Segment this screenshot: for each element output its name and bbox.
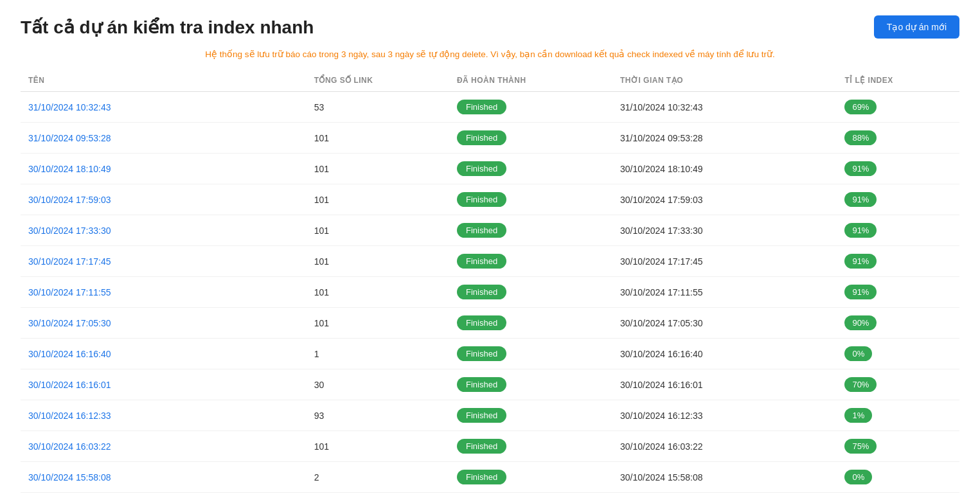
index-badge: 0% bbox=[844, 346, 872, 361]
cell-tong: 101 bbox=[307, 184, 449, 215]
table-row: 31/10/2024 10:32:4353Finished31/10/2024 … bbox=[21, 92, 959, 123]
cell-ten: 30/10/2024 16:16:01 bbox=[21, 369, 307, 400]
cell-tgian: 30/10/2024 15:58:08 bbox=[612, 462, 837, 493]
cell-ten: 30/10/2024 17:59:03 bbox=[21, 184, 307, 215]
cell-tong: 101 bbox=[307, 215, 449, 246]
cell-tile: 69% bbox=[837, 92, 959, 123]
finished-badge: Finished bbox=[457, 408, 506, 423]
col-header-tong: TỔNG SỐ LINK bbox=[307, 69, 449, 92]
cell-tile: 0% bbox=[837, 493, 959, 497]
project-link[interactable]: 30/10/2024 16:16:01 bbox=[28, 380, 111, 390]
cell-tgian: 30/10/2024 16:03:22 bbox=[612, 431, 837, 462]
table-row: 30/10/2024 17:33:30101Finished30/10/2024… bbox=[21, 215, 959, 246]
cell-hoan: Finished bbox=[449, 339, 612, 369]
index-badge: 91% bbox=[844, 285, 877, 299]
project-link[interactable]: 30/10/2024 17:17:45 bbox=[28, 256, 111, 267]
cell-tong: 53 bbox=[307, 92, 449, 123]
cell-hoan: Finished bbox=[449, 184, 612, 215]
table-row: 30/10/2024 16:12:3393Finished30/10/2024 … bbox=[21, 400, 959, 431]
table-row: 31/10/2024 09:53:28101Finished31/10/2024… bbox=[21, 123, 959, 154]
cell-tong: 101 bbox=[307, 308, 449, 339]
project-link[interactable]: 30/10/2024 15:58:08 bbox=[28, 472, 111, 483]
col-header-hoan: ĐÃ HOÀN THÀNH bbox=[449, 69, 612, 92]
cell-tong: 101 bbox=[307, 431, 449, 462]
cell-ten: 31/10/2024 09:53:28 bbox=[21, 123, 307, 154]
notice-text: Hệ thống sẽ lưu trữ báo cáo trong 3 ngày… bbox=[0, 44, 980, 69]
project-link[interactable]: 30/10/2024 16:12:33 bbox=[28, 411, 111, 421]
cell-ten: 30/10/2024 17:11:55 bbox=[21, 277, 307, 308]
cell-tile: 70% bbox=[837, 369, 959, 400]
table-row: 30/10/2024 17:59:03101Finished30/10/2024… bbox=[21, 184, 959, 215]
index-badge: 91% bbox=[844, 192, 877, 207]
cell-tong: 2 bbox=[307, 462, 449, 493]
cell-hoan: Finished bbox=[449, 246, 612, 277]
finished-badge: Finished bbox=[457, 192, 506, 207]
cell-ten: 30/10/2024 16:16:40 bbox=[21, 339, 307, 369]
project-link[interactable]: 31/10/2024 10:32:43 bbox=[28, 102, 111, 112]
cell-hoan: Finished bbox=[449, 308, 612, 339]
table-container: TÊN TỔNG SỐ LINK ĐÃ HOÀN THÀNH THỜI GIAN… bbox=[0, 69, 980, 496]
cell-tile: 0% bbox=[837, 462, 959, 493]
finished-badge: Finished bbox=[457, 161, 506, 176]
table-row: 30/10/2024 15:55:432Finished30/10/2024 1… bbox=[21, 493, 959, 497]
cell-hoan: Finished bbox=[449, 154, 612, 184]
project-link[interactable]: 30/10/2024 18:10:49 bbox=[28, 164, 111, 174]
table-row: 30/10/2024 16:16:401Finished30/10/2024 1… bbox=[21, 339, 959, 369]
table-row: 30/10/2024 16:16:0130Finished30/10/2024 … bbox=[21, 369, 959, 400]
cell-tong: 101 bbox=[307, 277, 449, 308]
table-row: 30/10/2024 16:03:22101Finished30/10/2024… bbox=[21, 431, 959, 462]
project-link[interactable]: 30/10/2024 17:33:30 bbox=[28, 226, 111, 236]
cell-hoan: Finished bbox=[449, 431, 612, 462]
index-badge: 91% bbox=[844, 254, 877, 269]
cell-hoan: Finished bbox=[449, 400, 612, 431]
index-badge: 90% bbox=[844, 315, 877, 330]
cell-tgian: 31/10/2024 10:32:43 bbox=[612, 92, 837, 123]
finished-badge: Finished bbox=[457, 315, 506, 330]
cell-hoan: Finished bbox=[449, 215, 612, 246]
cell-tile: 91% bbox=[837, 215, 959, 246]
cell-hoan: Finished bbox=[449, 369, 612, 400]
project-link[interactable]: 30/10/2024 17:11:55 bbox=[28, 287, 111, 297]
cell-tong: 93 bbox=[307, 400, 449, 431]
cell-tgian: 30/10/2024 17:17:45 bbox=[612, 246, 837, 277]
page-title: Tất cả dự án kiểm tra index nhanh bbox=[21, 17, 314, 38]
project-link[interactable]: 30/10/2024 16:03:22 bbox=[28, 441, 111, 452]
table-row: 30/10/2024 15:58:082Finished30/10/2024 1… bbox=[21, 462, 959, 493]
page-header: Tất cả dự án kiểm tra index nhanh Tạo dự… bbox=[0, 0, 980, 44]
index-badge: 88% bbox=[844, 130, 877, 145]
cell-tile: 91% bbox=[837, 246, 959, 277]
cell-tong: 101 bbox=[307, 123, 449, 154]
create-project-button[interactable]: Tạo dự án mới bbox=[874, 15, 959, 39]
finished-badge: Finished bbox=[457, 130, 506, 145]
cell-tile: 0% bbox=[837, 339, 959, 369]
project-link[interactable]: 31/10/2024 09:53:28 bbox=[28, 133, 111, 143]
cell-tgian: 30/10/2024 16:16:40 bbox=[612, 339, 837, 369]
cell-tile: 91% bbox=[837, 154, 959, 184]
index-badge: 0% bbox=[844, 470, 872, 484]
cell-tgian: 31/10/2024 09:53:28 bbox=[612, 123, 837, 154]
cell-tile: 90% bbox=[837, 308, 959, 339]
cell-tile: 88% bbox=[837, 123, 959, 154]
cell-tile: 75% bbox=[837, 431, 959, 462]
table-row: 30/10/2024 17:05:30101Finished30/10/2024… bbox=[21, 308, 959, 339]
cell-tgian: 30/10/2024 17:11:55 bbox=[612, 277, 837, 308]
cell-hoan: Finished bbox=[449, 277, 612, 308]
index-badge: 75% bbox=[844, 439, 877, 454]
cell-tile: 91% bbox=[837, 277, 959, 308]
index-badge: 69% bbox=[844, 100, 877, 114]
cell-tile: 1% bbox=[837, 400, 959, 431]
table-row: 30/10/2024 18:10:49101Finished30/10/2024… bbox=[21, 154, 959, 184]
cell-ten: 30/10/2024 18:10:49 bbox=[21, 154, 307, 184]
projects-table: TÊN TỔNG SỐ LINK ĐÃ HOÀN THÀNH THỜI GIAN… bbox=[21, 69, 959, 496]
project-link[interactable]: 30/10/2024 16:16:40 bbox=[28, 349, 111, 359]
project-link[interactable]: 30/10/2024 17:05:30 bbox=[28, 318, 111, 328]
finished-badge: Finished bbox=[457, 346, 506, 361]
finished-badge: Finished bbox=[457, 377, 506, 392]
project-link[interactable]: 30/10/2024 17:59:03 bbox=[28, 195, 111, 205]
table-header-row: TÊN TỔNG SỐ LINK ĐÃ HOÀN THÀNH THỜI GIAN… bbox=[21, 69, 959, 92]
index-badge: 91% bbox=[844, 223, 877, 238]
col-header-tgian: THỜI GIAN TẠO bbox=[612, 69, 837, 92]
cell-tgian: 30/10/2024 16:16:01 bbox=[612, 369, 837, 400]
cell-ten: 30/10/2024 17:05:30 bbox=[21, 308, 307, 339]
cell-tgian: 30/10/2024 18:10:49 bbox=[612, 154, 837, 184]
